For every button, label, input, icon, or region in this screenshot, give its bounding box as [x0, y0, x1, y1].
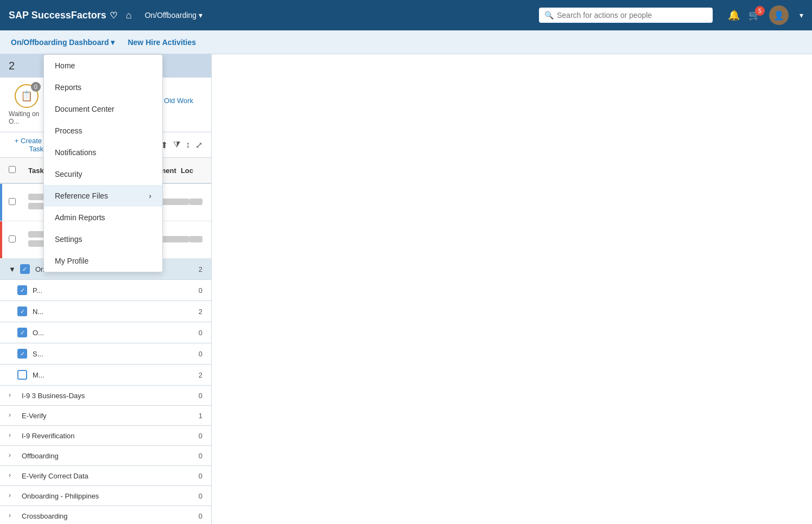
expand-icon[interactable]: ⤢: [195, 140, 202, 150]
i9-reverif-label: I-9 Reverification: [22, 432, 189, 440]
row2-checkbox[interactable]: [9, 235, 28, 244]
header-location: Loc: [181, 167, 202, 175]
dropdown-item-my-profile[interactable]: My Profile: [44, 250, 162, 272]
list-item[interactable]: › I-9 3 Business-Days 0: [0, 386, 211, 406]
item3-checkbox[interactable]: [17, 328, 27, 337]
waiting-count: 0: [31, 82, 41, 92]
dropdown-item-admin-reports[interactable]: Admin Reports: [44, 207, 162, 228]
list-item[interactable]: › Offboarding 0: [0, 446, 211, 466]
item2-count: 2: [189, 308, 202, 316]
arrow-icon: ›: [9, 411, 17, 420]
list-item[interactable]: › Crossboarding 0: [0, 506, 211, 524]
dropdown-reports-label: Reports: [55, 83, 81, 92]
arrow-icon: ›: [9, 391, 17, 400]
waiting-icon: 📋: [21, 90, 33, 102]
list-item[interactable]: › I-9 Reverification 0: [0, 426, 211, 446]
dropdown-process-label: Process: [55, 126, 83, 135]
list-item[interactable]: S... 0: [0, 343, 211, 365]
process-list: ▼ On... 2 P... 0 N... 2 O... 0: [0, 259, 211, 524]
dropdown-home-label: Home: [55, 61, 75, 70]
item1-label: P...: [33, 286, 189, 295]
crossboarding-label: Crossboarding: [22, 512, 189, 520]
module-caret-icon: ▾: [199, 11, 202, 20]
list-item[interactable]: › E-Verify Correct Data 0: [0, 466, 211, 486]
avatar-caret-icon[interactable]: ▾: [800, 11, 803, 20]
row1-location: [189, 198, 202, 207]
messages-badge: 5: [755, 6, 765, 16]
brand-name: SAP SuccessFactors: [9, 10, 106, 21]
dropdown-reference-files-label: Reference Files: [55, 191, 108, 200]
dropdown-menu: Home Reports Document Center Process Not…: [43, 54, 163, 272]
item5-checkbox[interactable]: [17, 370, 27, 380]
dropdown-document-center-label: Document Center: [55, 105, 115, 113]
offboarding-count: 0: [189, 452, 202, 460]
dropdown-item-process[interactable]: Process: [44, 120, 162, 142]
new-hire-label: New Hire Activities: [128, 38, 196, 47]
dropdown-item-reports[interactable]: Reports: [44, 76, 162, 98]
item1-checkbox[interactable]: [17, 285, 27, 295]
dropdown-item-home[interactable]: Home: [44, 55, 162, 76]
module-label: On/Offboarding: [145, 11, 196, 20]
nav-icons: 🔔 🛒 5 👤 ▾: [728, 5, 803, 25]
list-item[interactable]: O... 0: [0, 322, 211, 343]
onboarding-ph-label: Onboarding - Philippines: [22, 492, 189, 500]
search-bar[interactable]: 🔍: [539, 8, 713, 23]
submenu-arrow-icon: ›: [149, 191, 151, 200]
everify-correct-label: E-Verify Correct Data: [22, 472, 189, 480]
brand-logo: SAP SuccessFactors ♡: [9, 10, 117, 21]
messages-button[interactable]: 🛒 5: [748, 9, 760, 21]
new-hire-nav-item[interactable]: New Hire Activities: [128, 38, 196, 47]
dashboard-label: On/Offboarding Dashboard: [11, 38, 109, 47]
notifications-button[interactable]: 🔔: [728, 9, 740, 21]
onboarding-ph-count: 0: [189, 492, 202, 500]
i9-3biz-label: I-9 3 Business-Days: [22, 392, 189, 400]
item1-count: 0: [189, 286, 202, 295]
i9-3biz-count: 0: [189, 392, 202, 400]
list-item[interactable]: M... 2: [0, 365, 211, 386]
offboarding-label: Offboarding: [22, 452, 189, 460]
item4-count: 0: [189, 350, 202, 358]
dropdown-security-label: Security: [55, 170, 83, 178]
item5-count: 2: [189, 371, 202, 379]
arrow-icon: ›: [9, 451, 17, 460]
row1-loc-redacted: [189, 199, 202, 205]
list-item[interactable]: › Onboarding - Philippines 0: [0, 486, 211, 506]
dropdown-item-settings[interactable]: Settings: [44, 228, 162, 250]
dropdown-settings-label: Settings: [55, 235, 83, 244]
item4-checkbox[interactable]: [17, 349, 27, 359]
list-item[interactable]: › E-Verify 1: [0, 406, 211, 426]
item4-label: S...: [33, 350, 189, 358]
arrow-icon: ›: [9, 471, 17, 480]
waiting-circle: 📋 0: [15, 84, 39, 108]
select-all-checkbox[interactable]: [9, 166, 16, 173]
dropdown-item-reference-files[interactable]: Reference Files ›: [44, 185, 162, 207]
item2-checkbox[interactable]: [17, 306, 27, 316]
row2-location: [189, 235, 202, 244]
toolbar-icon-group: ⬆ ⧩ ↕ ⤢: [161, 140, 202, 150]
dropdown-item-notifications[interactable]: Notifications: [44, 142, 162, 163]
waiting-label: Waiting on O...: [9, 110, 45, 125]
module-selector[interactable]: On/Offboarding ▾: [141, 9, 207, 22]
crossboarding-count: 0: [189, 512, 202, 520]
arrow-icon: ›: [9, 512, 17, 520]
everify-label: E-Verify: [22, 412, 189, 420]
arrow-icon: ›: [9, 431, 17, 440]
everify-correct-count: 0: [189, 472, 202, 480]
dropdown-item-security[interactable]: Security: [44, 163, 162, 185]
group-expand-icon: ▼: [9, 265, 16, 273]
item3-label: O...: [33, 329, 189, 337]
list-item[interactable]: P... 0: [0, 280, 211, 301]
search-input[interactable]: [557, 11, 707, 20]
avatar[interactable]: 👤: [769, 5, 789, 25]
status-tab-waiting[interactable]: 📋 0 Waiting on O...: [9, 84, 45, 125]
dashboard-nav-item[interactable]: On/Offboarding Dashboard ▾: [11, 38, 115, 47]
header-checkbox-col: [9, 166, 28, 175]
home-icon[interactable]: ⌂: [126, 10, 132, 21]
group-checkbox[interactable]: [20, 264, 30, 274]
list-item[interactable]: N... 2: [0, 301, 211, 322]
dropdown-item-document-center[interactable]: Document Center: [44, 98, 162, 120]
sort-icon[interactable]: ↕: [186, 140, 190, 150]
filter-icon[interactable]: ⧩: [173, 140, 180, 150]
i9-reverif-count: 0: [189, 432, 202, 440]
row1-checkbox[interactable]: [9, 198, 28, 207]
